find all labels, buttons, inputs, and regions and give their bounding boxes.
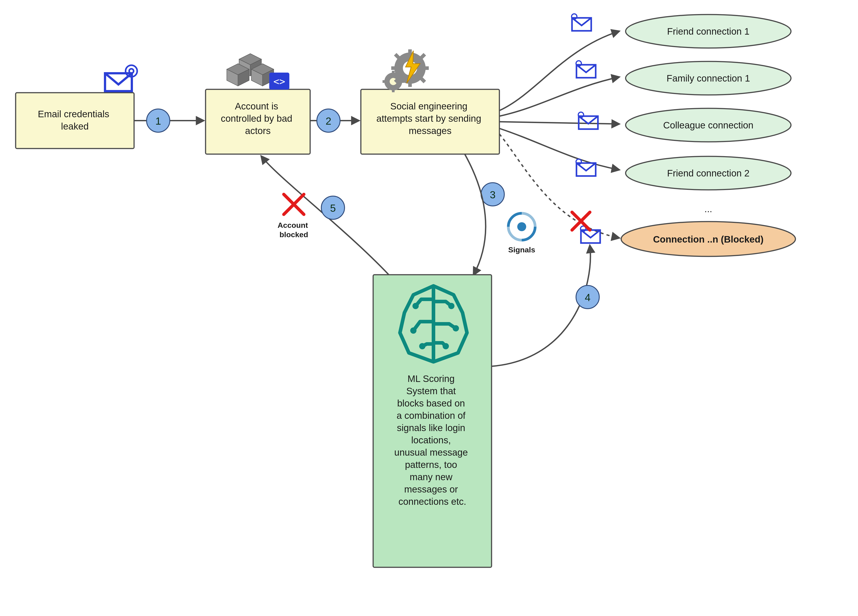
- badge-3: 3: [481, 183, 504, 206]
- svg-text:<>: <>: [274, 76, 285, 87]
- signals-label: Signals: [508, 245, 535, 254]
- envelope-icon: [576, 61, 596, 78]
- box-email-line1: Email credentials: [38, 109, 109, 119]
- envelope-icon: [572, 14, 591, 31]
- svg-text:2: 2: [326, 115, 331, 127]
- svg-rect-17: [392, 71, 395, 75]
- svg-point-4: [129, 69, 134, 73]
- envelope-icon: [578, 112, 598, 129]
- conn-ellipsis: ...: [704, 204, 712, 214]
- svg-rect-24: [408, 81, 412, 87]
- svg-rect-23: [408, 50, 412, 55]
- svg-rect-19: [382, 80, 387, 83]
- box-email-credentials: Email credentials leaked: [16, 65, 137, 149]
- envelope-icons-group: [572, 14, 600, 243]
- badge-4: 4: [576, 286, 599, 309]
- svg-text:3: 3: [490, 189, 496, 200]
- box-email-line2: leaked: [61, 121, 89, 132]
- connections-group: Friend connection 1 Family connection 1 …: [621, 14, 796, 256]
- svg-point-50: [517, 222, 526, 231]
- red-x-icon: [284, 194, 304, 214]
- fanout-edges: [499, 31, 619, 238]
- edge-3-signals: [465, 154, 486, 275]
- svg-text:Family connection 1: Family connection 1: [667, 73, 750, 84]
- svg-rect-25: [391, 66, 397, 70]
- cubes-icon: <>: [227, 54, 289, 90]
- envelope-at-icon: [105, 65, 137, 91]
- svg-text:Connection ..n (Blocked): Connection ..n (Blocked): [653, 234, 764, 245]
- badge-5: 5: [321, 196, 345, 219]
- svg-text:Friend connection 2: Friend connection 2: [667, 168, 750, 178]
- svg-rect-0: [16, 93, 134, 149]
- svg-text:5: 5: [330, 202, 336, 214]
- svg-text:Colleague connection: Colleague connection: [663, 120, 754, 130]
- signals-icon: [508, 213, 535, 240]
- badge-1: 1: [146, 109, 170, 132]
- diagram-canvas: Email credentials leaked 1 Account is co…: [0, 0, 858, 616]
- gear-lightning-icon: [382, 50, 429, 92]
- box-ml-scoring: ML Scoring System that blocks based on a…: [373, 275, 491, 567]
- badge-2: 2: [317, 109, 340, 132]
- edge-4: [491, 246, 590, 366]
- svg-rect-18: [392, 88, 395, 92]
- svg-text:Friend connection 1: Friend connection 1: [667, 26, 750, 37]
- box-account-controlled: Account is controlled by bad actors <>: [205, 54, 310, 154]
- svg-text:4: 4: [585, 292, 591, 303]
- box-social-engineering: Social engineering attempts start by sen…: [361, 50, 499, 154]
- svg-rect-26: [423, 66, 429, 70]
- account-blocked-label: Account blocked: [278, 221, 310, 239]
- svg-text:1: 1: [155, 115, 161, 127]
